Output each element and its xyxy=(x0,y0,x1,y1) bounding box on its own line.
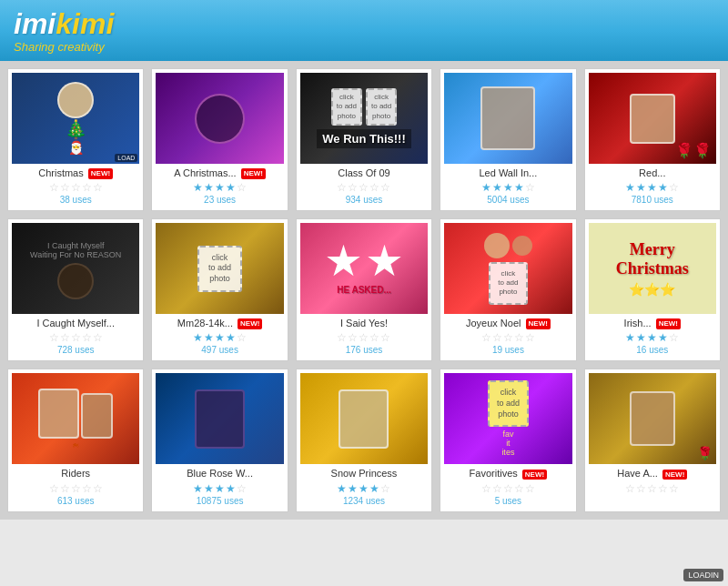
thumb-irish: MerryChristmas ⭐⭐⭐ xyxy=(589,223,716,314)
thumb-mm28: clickto addphoto xyxy=(156,223,283,314)
uses-count: 497 uses xyxy=(201,345,238,355)
card-title: Snow Princess xyxy=(331,468,398,480)
card-title: I Said Yes! xyxy=(340,318,388,329)
new-badge: NEW! xyxy=(662,470,687,480)
watermark: LOAD xyxy=(115,154,137,162)
card-classof[interactable]: clickto addphoto clickto addphoto We Run… xyxy=(296,68,432,211)
card-bluerose[interactable]: Blue Rose W... ★ ★ ★ ★ ☆ 10875 uses xyxy=(151,369,288,511)
star-rating: ★ ★ ★ ★ ☆ xyxy=(337,482,390,495)
star-rating: ★ ★ ★ ★ ☆ xyxy=(625,331,679,344)
uses-count: 613 uses xyxy=(57,496,95,506)
thumb-bluerose xyxy=(156,373,283,464)
thumb-classof: clickto addphoto clickto addphoto We Run… xyxy=(300,73,428,164)
card-snow[interactable]: Snow Princess ★ ★ ★ ★ ☆ 1234 uses xyxy=(296,369,432,511)
loadin-watermark: LOADIN xyxy=(683,569,723,581)
card-ledwall[interactable]: Led Wall In... ★ ★ ★ ★ ☆ 5004 uses xyxy=(440,68,576,211)
star-rating: ☆ ☆ ☆ ☆ ☆ xyxy=(337,181,390,194)
star-rating: ☆ ☆ ☆ ☆ ☆ xyxy=(481,331,535,344)
thumb-icaught: I Caught MyselfWaiting For No REASON xyxy=(12,223,139,314)
card-title: I Caught Myself... xyxy=(36,318,115,329)
card-title: Christmas NEW! xyxy=(38,167,113,179)
card-title: Irish... NEW! xyxy=(624,318,681,329)
star-rating: ☆ ☆ ☆ ☆ ☆ xyxy=(337,331,390,344)
card-title: Blue Rose W... xyxy=(187,468,253,480)
uses-count: 934 uses xyxy=(346,195,383,205)
thumb-isaid: HE ASKED... xyxy=(300,223,428,314)
card-isaid[interactable]: HE ASKED... I Said Yes! ☆ ☆ ☆ ☆ ☆ 176 us… xyxy=(296,218,432,361)
uses-count: 23 uses xyxy=(204,195,236,205)
new-badge: NEW! xyxy=(241,168,266,179)
uses-count: 38 uses xyxy=(60,195,92,205)
tagline: Sharing creativity xyxy=(14,40,714,54)
card-title: Led Wall In... xyxy=(479,167,537,179)
uses-count: 1234 uses xyxy=(343,496,385,506)
uses-count: 176 uses xyxy=(346,345,383,355)
uses-count: 19 uses xyxy=(492,345,524,355)
app-container: imikimi Sharing creativity 🎄 🎅 LOAD Chri… xyxy=(0,0,728,520)
thumb-joyeux: clickto addphoto xyxy=(444,223,571,314)
card-title: Red... xyxy=(639,167,665,179)
thumb-red: 🌹🌹 xyxy=(589,73,716,164)
thumb-snow xyxy=(300,373,428,464)
card-red[interactable]: 🌹🌹 Red... ★ ★ ★ ★ ☆ 7810 uses xyxy=(584,68,721,211)
star-rating: ☆ ☆ ☆ ☆ ☆ xyxy=(49,331,103,344)
card-title: Favoritives NEW! xyxy=(470,468,548,480)
card-irish[interactable]: MerryChristmas ⭐⭐⭐ Irish... NEW! ★ ★ ★ ★… xyxy=(584,218,721,361)
star-rating: ☆ ☆ ☆ ☆ ☆ xyxy=(625,482,679,495)
thumb-have: 🌹 xyxy=(589,373,716,464)
card-christmas[interactable]: 🎄 🎅 LOAD Christmas NEW! ☆ ☆ ☆ ☆ ☆ 38 use… xyxy=(7,68,144,211)
card-title: Joyeux Noel NEW! xyxy=(466,318,551,329)
star-rating: ☆ ☆ ☆ ☆ ☆ xyxy=(49,482,103,495)
uses-count: 5 uses xyxy=(495,496,521,506)
uses-count: 728 uses xyxy=(57,345,95,355)
new-badge: NEW! xyxy=(238,318,262,329)
logo: imikimi xyxy=(14,9,714,38)
star-rating: ★ ★ ★ ★ ☆ xyxy=(193,181,247,194)
uses-count: 5004 uses xyxy=(487,195,529,205)
star-rating: ☆ ☆ ☆ ☆ ☆ xyxy=(49,181,103,194)
thumb-achristmas xyxy=(156,73,283,164)
card-title: A Christmas... NEW! xyxy=(174,167,266,179)
uses-count: 10875 uses xyxy=(197,496,244,506)
star-rating: ★ ★ ★ ★ ☆ xyxy=(481,181,535,194)
star-rating: ★ ★ ★ ★ ☆ xyxy=(625,181,679,194)
star-rating: ★ ★ ★ ★ ☆ xyxy=(193,482,247,495)
card-title: Riders xyxy=(61,468,90,480)
card-mm28[interactable]: clickto addphoto Mm28-14k... NEW! ★ ★ ★ … xyxy=(151,218,288,361)
uses-count: 16 uses xyxy=(636,345,668,355)
new-badge: NEW! xyxy=(88,168,113,179)
new-badge: NEW! xyxy=(656,318,681,329)
thumb-ledwall xyxy=(444,73,571,164)
card-title: Class Of 09 xyxy=(338,167,389,179)
card-favoritives[interactable]: clickto addphoto favitites Favoritives N… xyxy=(440,369,576,511)
new-badge: NEW! xyxy=(522,470,547,480)
card-riders[interactable]: 🏍 Riders ☆ ☆ ☆ ☆ ☆ 613 uses xyxy=(7,369,144,511)
card-have[interactable]: 🌹 Have A... NEW! ☆ ☆ ☆ ☆ ☆ xyxy=(584,369,721,511)
new-badge: NEW! xyxy=(526,318,551,329)
thumb-riders: 🏍 xyxy=(12,373,139,464)
card-title: Have A... NEW! xyxy=(617,468,687,480)
card-joyeux[interactable]: clickto addphoto Joyeux Noel NEW! ☆ ☆ ☆ … xyxy=(440,218,576,361)
card-title: Mm28-14k... NEW! xyxy=(177,318,263,329)
uses-count: 7810 uses xyxy=(632,195,673,205)
star-rating: ☆ ☆ ☆ ☆ ☆ xyxy=(481,482,535,495)
card-achristmas[interactable]: A Christmas... NEW! ★ ★ ★ ★ ☆ 23 uses xyxy=(151,68,288,211)
photo-grid: 🎄 🎅 LOAD Christmas NEW! ☆ ☆ ☆ ☆ ☆ 38 use… xyxy=(0,61,728,520)
thumb-christmas: 🎄 🎅 LOAD xyxy=(12,73,139,164)
header: imikimi Sharing creativity xyxy=(0,0,728,61)
star-rating: ★ ★ ★ ★ ☆ xyxy=(193,331,247,344)
card-icaught[interactable]: I Caught MyselfWaiting For No REASON I C… xyxy=(7,218,144,361)
thumb-favoritives: clickto addphoto favitites xyxy=(444,373,571,464)
